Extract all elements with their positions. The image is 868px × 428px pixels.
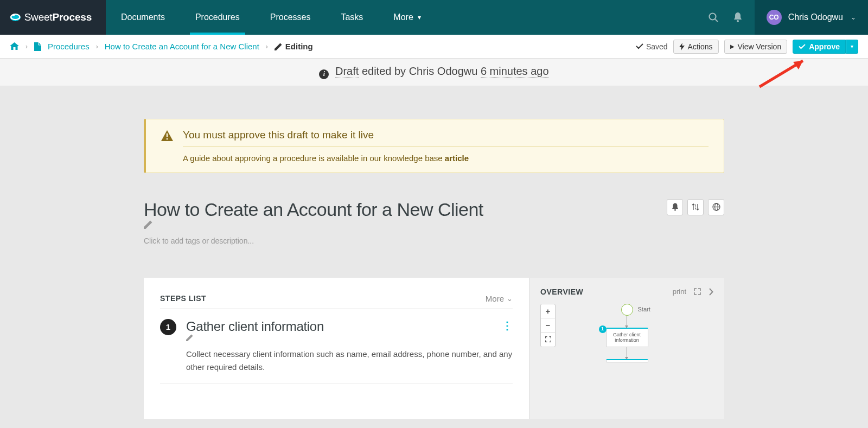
- caret-right-icon: ▶: [730, 43, 735, 49]
- flow-node-num: 1: [599, 325, 607, 333]
- info-icon: i: [319, 69, 329, 79]
- flow-node-num: 2: [606, 359, 607, 362]
- home-icon[interactable]: [10, 42, 19, 50]
- nav-more[interactable]: More▾: [378, 0, 436, 35]
- saved-indicator: Saved: [636, 42, 668, 51]
- svg-point-9: [674, 209, 676, 211]
- approve-button-group: Approve ▾: [793, 40, 858, 54]
- draft-edited-by: edited by Chris Odogwu: [359, 65, 481, 77]
- zoom-in-button[interactable]: +: [541, 304, 555, 318]
- sort-button[interactable]: [687, 199, 704, 215]
- chevron-right-icon[interactable]: [709, 288, 713, 296]
- svg-point-4: [709, 14, 716, 20]
- notifications-button[interactable]: [667, 199, 683, 215]
- step-title[interactable]: Gather client information: [186, 319, 513, 341]
- breadcrumb-editing: Editing: [275, 42, 313, 51]
- steps-more-button[interactable]: More ⌄: [486, 294, 513, 303]
- step-number: 1: [160, 319, 176, 335]
- chevron-down-icon: ▾: [418, 14, 421, 21]
- logo-icon: [10, 12, 21, 22]
- chevron-down-icon: ⌄: [507, 295, 513, 303]
- tags-input[interactable]: Click to add tags or description...: [144, 237, 724, 245]
- bell-icon: [672, 203, 679, 211]
- flow-start-label: Start: [638, 306, 650, 312]
- draft-time-ago[interactable]: 6 minutes ago: [481, 65, 549, 78]
- nav-documents[interactable]: Documents: [106, 0, 180, 35]
- fullscreen-button[interactable]: [541, 333, 555, 347]
- svg-point-6: [737, 20, 739, 22]
- svg-rect-7: [167, 133, 168, 137]
- nav-procedures[interactable]: Procedures: [180, 0, 255, 35]
- svg-rect-8: [167, 138, 168, 139]
- pencil-icon[interactable]: [186, 334, 513, 341]
- breadcrumb-procedures[interactable]: Procedures: [48, 42, 90, 51]
- avatar: CO: [767, 10, 782, 25]
- logo[interactable]: SweetProcess: [0, 0, 106, 35]
- expand-icon[interactable]: [694, 288, 701, 295]
- pencil-icon[interactable]: [144, 220, 667, 229]
- flow-start-node[interactable]: [621, 304, 633, 316]
- nav-processes[interactable]: Processes: [255, 0, 326, 35]
- alert-title: You must approve this draft to make it l…: [183, 129, 709, 147]
- nav-right-icons: [696, 12, 755, 23]
- approve-button[interactable]: Approve: [793, 40, 846, 54]
- alert-article-link[interactable]: article: [445, 154, 469, 163]
- overview-header: OVERVIEW: [540, 288, 665, 296]
- step-item: 1 Gather client information Collect nece…: [160, 309, 513, 384]
- sub-bar: › Procedures › How to Create an Account …: [0, 35, 868, 59]
- pencil-icon: [275, 43, 282, 50]
- approve-dropdown[interactable]: ▾: [846, 40, 858, 54]
- draft-label: Draft: [335, 65, 359, 78]
- actions-button[interactable]: Actions: [673, 40, 719, 54]
- sort-icon: [692, 203, 699, 210]
- warning-icon: [161, 130, 173, 163]
- bell-icon[interactable]: [733, 12, 743, 23]
- content-area: You must approve this draft to make it l…: [0, 86, 868, 429]
- bolt-icon: [679, 43, 685, 50]
- breadcrumb: › Procedures › How to Create an Account …: [10, 42, 313, 51]
- nav-items: Documents Procedures Processes Tasks Mor…: [106, 0, 436, 35]
- overview-panel: OVERVIEW print + −: [529, 278, 724, 419]
- alert-subtext: A guide about approving a procedure is a…: [183, 147, 709, 163]
- check-icon: [799, 44, 806, 49]
- document-icon: [34, 42, 41, 51]
- globe-icon: [712, 203, 720, 211]
- chevron-down-icon: ⌄: [851, 14, 856, 21]
- user-menu[interactable]: CO Chris Odogwu ⌄: [755, 0, 868, 35]
- view-version-button[interactable]: ▶ View Version: [724, 40, 788, 54]
- step-menu-icon[interactable]: ⋮: [502, 319, 513, 332]
- print-button[interactable]: print: [673, 288, 686, 296]
- zoom-out-button[interactable]: −: [541, 318, 555, 333]
- logo-text: SweetProcess: [24, 11, 92, 23]
- nav-tasks[interactable]: Tasks: [326, 0, 378, 35]
- flow-node-1[interactable]: 1 Gather client information: [606, 328, 648, 348]
- user-name: Chris Odogwu: [788, 12, 843, 22]
- page-title[interactable]: How to Create an Account for a New Clien…: [144, 199, 667, 229]
- visibility-button[interactable]: [708, 199, 724, 215]
- steps-panel: STEPS LIST More ⌄ 1 Gather client inform…: [144, 278, 724, 419]
- draft-status-row: i Draft edited by Chris Odogwu 6 minutes…: [0, 59, 868, 86]
- breadcrumb-sep: ›: [25, 43, 28, 50]
- zoom-controls: + −: [540, 304, 556, 347]
- flow-node-2[interactable]: 2: [606, 359, 648, 362]
- search-icon[interactable]: [708, 12, 719, 23]
- breadcrumb-sep: ›: [96, 43, 98, 50]
- steps-list-header: STEPS LIST: [160, 294, 486, 303]
- subbar-actions: Saved Actions ▶ View Version Approve ▾: [636, 40, 858, 54]
- breadcrumb-title[interactable]: How to Create an Account for a New Clien…: [105, 42, 259, 51]
- step-description: Collect necessary client information suc…: [186, 348, 513, 374]
- svg-line-5: [715, 20, 718, 22]
- approval-alert: You must approve this draft to make it l…: [144, 119, 724, 173]
- breadcrumb-sep: ›: [266, 43, 268, 50]
- top-nav: SweetProcess Documents Procedures Proces…: [0, 0, 868, 35]
- flowchart: Start 1 Gather client information 2: [606, 304, 648, 363]
- svg-point-3: [12, 14, 15, 16]
- check-icon: [636, 43, 643, 49]
